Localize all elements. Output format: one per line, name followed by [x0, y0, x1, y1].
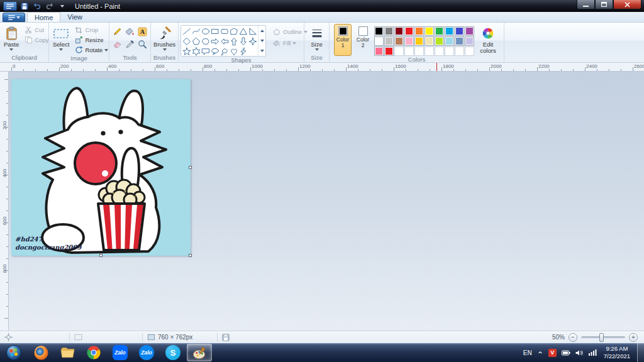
shapes-scroll-down-button[interactable]	[258, 36, 265, 46]
palette-color-0-9[interactable]	[465, 26, 474, 36]
shape-callout-cloud[interactable]	[219, 47, 229, 57]
palette-color-0-4[interactable]	[414, 26, 424, 36]
palette-color-0-6[interactable]	[435, 26, 444, 36]
shape-arrow-up[interactable]	[229, 36, 238, 47]
select-button[interactable]: Select	[51, 24, 71, 55]
crop-button[interactable]: Crop	[72, 25, 110, 35]
shape-pentagon[interactable]	[191, 36, 201, 47]
copy-button[interactable]: Copy	[22, 35, 50, 45]
shapes-expand-button[interactable]	[258, 46, 265, 56]
palette-color-1-2[interactable]	[394, 36, 404, 46]
palette-empty-2-8[interactable]	[455, 47, 464, 56]
language-indicator[interactable]: EN	[523, 349, 532, 356]
shape-arrow-down[interactable]	[238, 36, 248, 47]
shape-lightning[interactable]	[238, 47, 248, 57]
canvas-resize-handle-right[interactable]	[189, 166, 192, 169]
palette-empty-2-9[interactable]	[465, 47, 474, 56]
battery-icon[interactable]	[562, 350, 570, 356]
palette-empty-2-5[interactable]	[425, 47, 434, 56]
canvas-resize-handle-corner[interactable]	[189, 254, 192, 257]
palette-empty-2-6[interactable]	[435, 47, 444, 56]
file-menu-button[interactable]	[3, 13, 25, 22]
shape-star-6[interactable]	[191, 47, 201, 57]
redo-button[interactable]	[44, 1, 55, 11]
palette-color-0-1[interactable]	[384, 26, 394, 36]
minimize-button[interactable]	[577, 0, 595, 9]
hidden-icons-arrow[interactable]	[537, 350, 543, 355]
tab-view[interactable]: View	[60, 12, 89, 22]
shape-callout-rect[interactable]	[201, 47, 210, 57]
zoom-in-button[interactable]: +	[629, 333, 638, 342]
palette-color-0-0[interactable]	[374, 26, 384, 36]
maximize-button[interactable]	[595, 0, 613, 9]
taskbar-app-zalo-square[interactable]: Zalo	[108, 344, 133, 361]
tool-eraser-button[interactable]	[111, 38, 123, 50]
palette-color-1-5[interactable]	[425, 36, 434, 46]
tool-fill-button[interactable]	[124, 26, 136, 38]
start-button[interactable]	[1, 344, 27, 361]
shape-hexagon[interactable]	[201, 36, 210, 47]
shape-right-triangle[interactable]	[248, 26, 257, 36]
color1-button[interactable]: Color 1	[334, 24, 352, 56]
shape-triangle[interactable]	[238, 26, 248, 36]
rotate-button[interactable]: Rotate	[72, 45, 110, 55]
shape-rounded-rectangle[interactable]	[219, 26, 229, 36]
volume-icon[interactable]	[575, 349, 584, 356]
taskbar-app-firefox[interactable]	[28, 344, 53, 361]
palette-color-1-9[interactable]	[465, 36, 474, 46]
shapes-scroll-up-button[interactable]	[258, 26, 265, 36]
network-icon[interactable]	[589, 349, 597, 356]
palette-empty-2-4[interactable]	[414, 47, 424, 56]
shape-arrow-left[interactable]	[219, 36, 229, 47]
palette-color-0-8[interactable]	[455, 26, 464, 36]
zoom-slider-thumb[interactable]	[599, 333, 604, 342]
shape-star-4[interactable]	[248, 36, 257, 47]
tool-pencil-button[interactable]	[111, 26, 123, 38]
palette-color-2-0[interactable]	[374, 47, 384, 56]
paste-button[interactable]: Paste	[2, 24, 21, 54]
palette-color-1-4[interactable]	[414, 36, 424, 46]
cut-button[interactable]: Cut	[22, 25, 50, 35]
palette-empty-2-7[interactable]	[445, 47, 454, 56]
fill-button[interactable]: Fill	[270, 38, 309, 48]
shape-curve[interactable]	[191, 26, 201, 36]
palette-empty-2-3[interactable]	[404, 47, 414, 56]
taskbar-app-zalo-round[interactable]: Zalo	[134, 344, 159, 361]
edit-colors-button[interactable]: Edit colors	[477, 24, 499, 56]
resize-button[interactable]: Resize	[72, 35, 110, 45]
qat-dropdown-button[interactable]	[57, 1, 67, 11]
shape-line[interactable]	[182, 26, 191, 36]
clock[interactable]: 9:26 AM 7/22/2021	[602, 345, 632, 361]
tool-picker-button[interactable]	[124, 38, 136, 50]
palette-color-1-8[interactable]	[455, 36, 464, 46]
drawing-canvas[interactable]: #hd247 docngoctrang2009	[11, 79, 191, 256]
palette-color-0-7[interactable]	[445, 26, 454, 36]
palette-color-1-0[interactable]	[374, 36, 384, 46]
show-desktop-button[interactable]	[637, 343, 644, 362]
shape-polygon[interactable]	[229, 26, 238, 36]
taskbar-app-explorer[interactable]	[55, 344, 80, 361]
palette-color-0-3[interactable]	[404, 26, 414, 36]
palette-empty-2-2[interactable]	[394, 47, 404, 56]
tab-home[interactable]: Home	[27, 12, 60, 22]
taskbar-app-paint[interactable]	[187, 344, 212, 361]
shape-callout-oval[interactable]	[210, 47, 219, 57]
undo-button[interactable]	[31, 1, 42, 11]
unikey-tray-icon[interactable]: V	[548, 349, 557, 357]
palette-color-1-3[interactable]	[404, 36, 414, 46]
canvas-resize-handle-bottom[interactable]	[99, 254, 103, 257]
palette-color-1-1[interactable]	[384, 36, 394, 46]
save-button[interactable]	[19, 1, 30, 11]
palette-color-1-7[interactable]	[445, 36, 454, 46]
shape-rectangle[interactable]	[210, 26, 219, 36]
zoom-slider[interactable]	[581, 336, 625, 338]
palette-color-1-6[interactable]	[435, 36, 444, 46]
shape-star-5[interactable]	[182, 47, 191, 57]
zoom-out-button[interactable]: −	[569, 333, 577, 342]
close-button[interactable]	[613, 0, 641, 9]
brushes-button[interactable]: Brushes	[152, 24, 177, 54]
palette-color-2-1[interactable]	[384, 47, 394, 56]
palette-color-0-2[interactable]	[394, 26, 404, 36]
color2-button[interactable]: Color 2	[354, 24, 372, 56]
taskbar-app-chrome[interactable]	[81, 344, 106, 361]
